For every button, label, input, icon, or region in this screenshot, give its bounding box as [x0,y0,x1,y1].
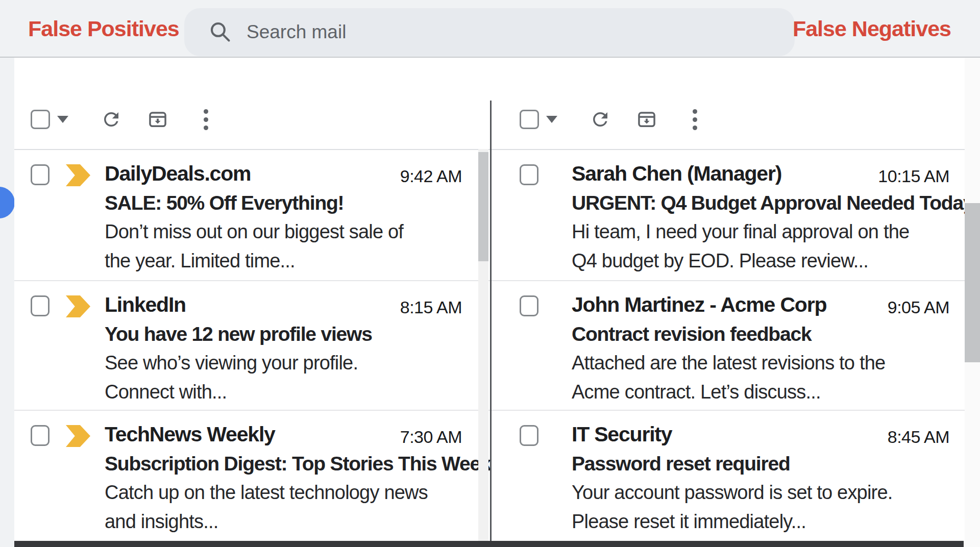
importance-marker-icon[interactable] [66,164,90,186]
email-time: 8:45 AM [888,427,949,447]
archive-icon[interactable] [147,109,168,130]
email-row[interactable]: LinkedIn You have 12 new profile views S… [14,281,490,410]
email-snippet-line: See who’s viewing your profile. [105,349,372,378]
false-negatives-list: Sarah Chen (Manager) URGENT: Q4 Budget A… [492,58,965,547]
importance-marker-icon[interactable] [66,295,90,317]
list-toolbar [492,108,704,131]
refresh-icon[interactable] [590,109,611,130]
blue-circle-indicator[interactable] [0,187,15,218]
email-sender: John Martinez - Acme Corp [572,290,885,319]
email-time: 9:42 AM [400,166,462,186]
email-subject: URGENT: Q4 Budget Approval Needed Today [572,188,973,217]
email-snippet-line: the year. Limited time... [105,246,403,276]
email-snippet-line: Catch up on the latest technology news [105,478,491,507]
email-sender: DailyDeals.com [105,159,403,188]
email-checkbox[interactable] [31,425,50,446]
search-input[interactable] [247,17,795,47]
email-time: 8:15 AM [400,297,462,317]
email-snippet-line: Don’t miss out on our biggest sale of [105,217,403,246]
email-snippet-line: Your account password is set to expire. [572,478,893,507]
email-snippet-line: and insights... [105,507,491,536]
email-snippet-line: Q4 budget by EOD. Please review... [572,246,973,276]
email-row[interactable]: John Martinez - Acme Corp Contract revis… [492,281,965,410]
email-row[interactable]: Sarah Chen (Manager) URGENT: Q4 Budget A… [492,150,965,279]
top-header-bar: False Positives False Negatives [0,0,980,58]
left-scrollbar-thumb[interactable] [478,152,488,261]
left-list-scrollbar[interactable] [478,149,488,541]
select-all-checkbox[interactable] [520,110,539,129]
email-snippet-line: Connect with... [105,378,372,407]
bottom-cutoff-bar [14,541,964,547]
email-snippet-line: Attached are the latest revisions to the [572,349,885,378]
select-dropdown-caret-icon[interactable] [57,116,68,123]
false-positives-list: DailyDeals.com SALE: 50% Off Everything!… [14,58,490,547]
email-subject: Subscription Digest: Top Stories This We… [105,449,491,478]
email-time: 9:05 AM [888,297,949,317]
email-row[interactable]: DailyDeals.com SALE: 50% Off Everything!… [14,150,490,279]
email-snippet-line: Please reset it immediately... [572,507,893,536]
window-scrollbar-thumb[interactable] [965,203,980,362]
search-bar[interactable] [184,8,795,56]
select-dropdown-caret-icon[interactable] [546,116,557,123]
email-sender: IT Security [572,420,893,449]
email-subject: You have 12 new profile views [105,319,372,349]
false-negatives-title: False Negatives [793,16,951,41]
email-time: 10:15 AM [878,166,949,186]
email-sender: LinkedIn [105,290,372,319]
email-checkbox[interactable] [520,425,538,446]
list-toolbar [14,108,215,131]
email-row[interactable]: IT Security Password reset required Your… [492,411,965,541]
email-checkbox[interactable] [31,295,50,316]
refresh-icon[interactable] [101,109,122,130]
email-subject: Contract revision feedback [572,319,885,349]
email-snippet-line: Acme contract. Let’s discuss... [572,378,885,407]
window-scrollbar[interactable] [965,58,980,547]
mail-compare-screen: False Positives False Negatives [0,0,980,547]
email-subject: SALE: 50% Off Everything! [105,188,403,217]
archive-icon[interactable] [636,109,657,130]
column-divider [490,101,492,547]
email-snippet-line: Hi team, I need your final approval on t… [572,217,973,246]
search-icon [209,20,232,44]
false-positives-title: False Positives [28,16,179,41]
more-options-icon[interactable] [685,108,704,131]
select-all-checkbox[interactable] [31,110,50,129]
email-time: 7:30 AM [400,427,462,447]
more-options-icon[interactable] [197,108,215,131]
email-checkbox[interactable] [520,164,538,185]
email-checkbox[interactable] [31,164,50,185]
email-row[interactable]: TechNews Weekly Subscription Digest: Top… [14,411,490,541]
email-checkbox[interactable] [520,295,538,316]
email-subject: Password reset required [572,449,893,478]
importance-marker-icon[interactable] [66,425,90,447]
